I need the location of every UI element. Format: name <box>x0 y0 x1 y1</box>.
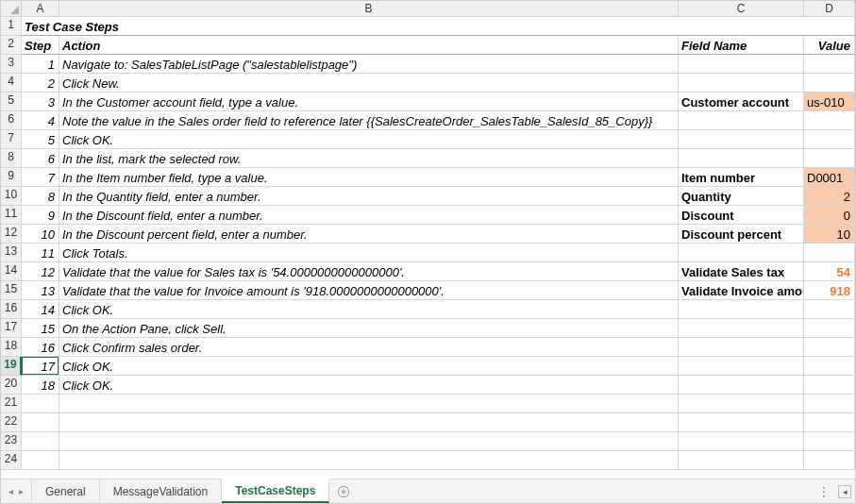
step-cell[interactable]: 17 <box>22 357 59 376</box>
value-cell[interactable] <box>804 244 855 262</box>
row-header-15[interactable]: 15 <box>1 281 22 300</box>
value-cell[interactable]: 918 <box>804 281 855 300</box>
row-header-10[interactable]: 10 <box>1 187 22 206</box>
row-header-6[interactable]: 6 <box>1 111 22 130</box>
action-cell[interactable] <box>59 413 679 432</box>
step-cell[interactable]: 1 <box>22 55 59 74</box>
row-header-22[interactable]: 22 <box>1 413 22 432</box>
value-cell[interactable]: us-010 <box>804 92 855 111</box>
field-cell[interactable] <box>679 338 804 357</box>
field-cell[interactable] <box>679 74 804 92</box>
row-header-9[interactable]: 9 <box>1 168 22 187</box>
field-cell[interactable] <box>679 395 804 413</box>
row-header-17[interactable]: 17 <box>1 319 22 338</box>
sheet-tab-testcasesteps[interactable]: TestCaseSteps <box>222 479 329 503</box>
action-cell[interactable]: In the Discount percent field, enter a n… <box>59 225 679 244</box>
step-cell[interactable] <box>22 395 59 413</box>
field-cell[interactable]: Discount <box>679 206 804 225</box>
action-cell[interactable]: In the Item number field, type a value. <box>59 168 679 187</box>
step-cell[interactable]: 16 <box>22 338 59 357</box>
field-cell[interactable] <box>679 244 804 262</box>
action-cell[interactable]: Click Totals. <box>59 244 679 262</box>
value-cell[interactable]: 54 <box>804 262 855 281</box>
add-sheet-button[interactable] <box>329 479 358 503</box>
step-cell[interactable]: 2 <box>22 74 59 92</box>
field-cell[interactable] <box>679 130 804 149</box>
row-header-4[interactable]: 4 <box>1 74 22 92</box>
field-cell[interactable] <box>679 55 804 74</box>
value-cell[interactable] <box>804 149 855 168</box>
value-cell[interactable] <box>804 319 855 338</box>
step-cell[interactable]: 4 <box>22 111 59 130</box>
sheet-tab-general[interactable]: General <box>32 479 100 503</box>
header-action[interactable]: Action <box>59 36 679 55</box>
step-cell[interactable] <box>22 451 59 470</box>
step-cell[interactable]: 7 <box>22 168 59 187</box>
row-header-3[interactable]: 3 <box>1 55 22 74</box>
step-cell[interactable]: 14 <box>22 300 59 319</box>
value-cell[interactable]: 10 <box>804 225 855 244</box>
tabs-nav-last-icon[interactable]: ▸ <box>17 486 25 496</box>
action-cell[interactable]: In the Quantity field, enter a number. <box>59 187 679 206</box>
action-cell[interactable]: Validate that the value for Invoice amou… <box>59 281 679 300</box>
field-cell[interactable]: Quantity <box>679 187 804 206</box>
field-cell[interactable] <box>679 319 804 338</box>
action-cell[interactable]: Note the value in the Sales order field … <box>59 111 679 130</box>
field-cell[interactable] <box>679 432 804 451</box>
row-header-1[interactable]: 1 <box>1 17 22 36</box>
row-header-13[interactable]: 13 <box>1 244 22 262</box>
field-cell[interactable] <box>679 413 804 432</box>
sheet-tab-messagevalidation[interactable]: MessageValidation <box>100 479 223 503</box>
tabs-nav-first-icon[interactable]: ◂ <box>7 486 15 496</box>
step-cell[interactable]: 18 <box>22 376 59 395</box>
header-field[interactable]: Field Name <box>679 36 804 55</box>
col-header-B[interactable]: B <box>59 1 679 17</box>
col-header-C[interactable]: C <box>679 1 804 17</box>
action-cell[interactable]: In the list, mark the selected row. <box>59 149 679 168</box>
value-cell[interactable] <box>804 338 855 357</box>
field-cell[interactable] <box>679 357 804 376</box>
value-cell[interactable]: 0 <box>804 206 855 225</box>
action-cell[interactable]: Validate that the value for Sales tax is… <box>59 262 679 281</box>
value-cell[interactable] <box>804 357 855 376</box>
action-cell[interactable]: Click New. <box>59 74 679 92</box>
step-cell[interactable]: 13 <box>22 281 59 300</box>
row-header-11[interactable]: 11 <box>1 206 22 225</box>
select-all-corner[interactable] <box>1 1 22 17</box>
field-cell[interactable] <box>679 376 804 395</box>
field-cell[interactable]: Validate Sales tax <box>679 262 804 281</box>
step-cell[interactable]: 15 <box>22 319 59 338</box>
value-cell[interactable] <box>804 413 855 432</box>
scroll-left-icon[interactable]: ◂ <box>838 485 851 498</box>
value-cell[interactable]: 2 <box>804 187 855 206</box>
value-cell[interactable] <box>804 395 855 413</box>
field-cell[interactable]: Customer account <box>679 92 804 111</box>
spreadsheet-grid[interactable]: ABCD1Test Case Steps2StepActionField Nam… <box>1 1 855 470</box>
action-cell[interactable] <box>59 432 679 451</box>
value-cell[interactable] <box>804 111 855 130</box>
value-cell[interactable] <box>804 130 855 149</box>
step-cell[interactable]: 5 <box>22 130 59 149</box>
row-header-8[interactable]: 8 <box>1 149 22 168</box>
value-cell[interactable] <box>804 376 855 395</box>
step-cell[interactable]: 8 <box>22 187 59 206</box>
action-cell[interactable]: Navigate to: SalesTableListPage ("salest… <box>59 55 679 74</box>
row-header-19[interactable]: 19 <box>1 357 22 376</box>
col-header-A[interactable]: A <box>22 1 59 17</box>
value-cell[interactable] <box>804 300 855 319</box>
action-cell[interactable]: On the Action Pane, click Sell. <box>59 319 679 338</box>
title-cell[interactable]: Test Case Steps <box>22 17 855 36</box>
action-cell[interactable]: In the Discount field, enter a number. <box>59 206 679 225</box>
col-header-D[interactable]: D <box>804 1 855 17</box>
field-cell[interactable] <box>679 111 804 130</box>
action-cell[interactable]: Click OK. <box>59 376 679 395</box>
step-cell[interactable] <box>22 413 59 432</box>
row-header-7[interactable]: 7 <box>1 130 22 149</box>
row-header-2[interactable]: 2 <box>1 36 22 55</box>
value-cell[interactable] <box>804 55 855 74</box>
header-step[interactable]: Step <box>22 36 59 55</box>
action-cell[interactable]: Click Confirm sales order. <box>59 338 679 357</box>
row-header-23[interactable]: 23 <box>1 432 22 451</box>
field-cell[interactable] <box>679 149 804 168</box>
action-cell[interactable] <box>59 395 679 413</box>
